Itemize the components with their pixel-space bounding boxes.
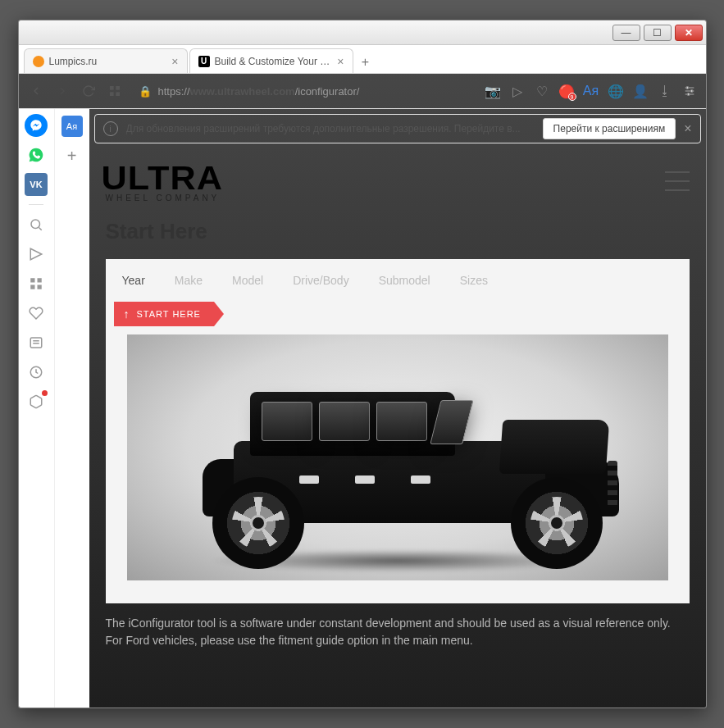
window-minimize-button[interactable]: — (612, 25, 640, 41)
step-submodel[interactable]: Submodel (379, 274, 430, 287)
step-sizes[interactable]: Sizes (460, 274, 488, 287)
address-bar: 🔒 https://www.ultrawheel.com/iconfigurat… (19, 73, 706, 109)
go-to-extensions-button[interactable]: Перейти к расширениям (543, 118, 676, 139)
lock-icon: 🔒 (139, 85, 152, 98)
info-icon: i (103, 121, 118, 136)
extension-notification-bar: i Для обновления расширений требуются до… (94, 114, 701, 143)
back-button[interactable] (27, 84, 45, 98)
svg-rect-14 (38, 278, 42, 282)
messenger-icon[interactable] (25, 114, 48, 137)
tab-close-icon[interactable]: × (171, 55, 178, 68)
browser-sidebar: VK (19, 109, 55, 708)
tab-title: Lumpics.ru (49, 56, 167, 67)
forward-button[interactable] (53, 84, 71, 98)
news-icon[interactable] (25, 331, 48, 354)
tab-close-icon[interactable]: × (337, 55, 344, 68)
svg-rect-3 (116, 92, 120, 96)
svg-rect-1 (116, 86, 120, 90)
page-heading: Start Here (106, 219, 690, 244)
opera-extension-button[interactable]: 🔴9 (558, 83, 575, 99)
translate-extension-button[interactable]: Ая (583, 83, 599, 99)
svg-line-11 (39, 227, 41, 230)
start-here-tag[interactable]: ↑ START HERE (114, 302, 214, 326)
notification-close-icon[interactable]: × (684, 121, 691, 136)
vehicle-preview (127, 334, 668, 580)
globe-button[interactable]: 🌐 (608, 83, 624, 99)
tab-title: Build & Customize Your Ca (215, 56, 333, 67)
bookmarks-icon[interactable] (25, 302, 48, 325)
svg-rect-13 (30, 278, 34, 282)
search-icon[interactable] (25, 213, 48, 236)
send-button[interactable]: ▷ (509, 83, 526, 99)
svg-rect-15 (30, 285, 34, 289)
svg-rect-2 (110, 92, 114, 96)
speed-dial-icon[interactable] (25, 272, 48, 295)
favicon-icon (33, 56, 44, 67)
configurator-panel: Year Make Model Drive/Body Submodel Size… (106, 259, 690, 603)
flow-icon[interactable] (25, 243, 48, 266)
svg-point-7 (686, 87, 689, 89)
heart-button[interactable]: ♡ (534, 83, 550, 99)
browser-tab-lumpics[interactable]: Lumpics.ru × (24, 48, 188, 73)
history-icon[interactable] (25, 361, 48, 384)
browser-tabstrip: Lumpics.ru × U Build & Customize Your Ca… (19, 45, 706, 73)
new-tab-button[interactable]: + (355, 52, 376, 73)
reload-button[interactable] (80, 84, 98, 98)
snapshot-button[interactable]: 📷 (485, 83, 501, 99)
step-make[interactable]: Make (175, 274, 203, 287)
download-button[interactable]: ⭳ (657, 83, 673, 99)
arrow-up-icon: ↑ (124, 307, 130, 321)
notification-message: Для обновления расширений требуются допо… (126, 123, 535, 134)
vertical-tab-add[interactable]: + (61, 145, 83, 166)
svg-point-9 (687, 93, 690, 96)
easy-setup-button[interactable] (681, 83, 698, 99)
svg-point-10 (31, 220, 40, 229)
window-titlebar: — ☐ ✕ (19, 20, 706, 45)
start-tag-label: START HERE (137, 309, 201, 319)
vertical-tab-sidebar: Ая + (55, 109, 89, 708)
step-year[interactable]: Year (122, 274, 145, 287)
page-content: ULTRA WHEEL COMPANY Start Here Year Make… (89, 148, 706, 708)
step-drive-body[interactable]: Drive/Body (293, 274, 348, 287)
extensions-icon[interactable] (25, 390, 48, 413)
speed-dial-button[interactable] (106, 84, 124, 98)
url-field[interactable]: 🔒 https://www.ultrawheel.com/iconfigurat… (132, 85, 476, 98)
svg-rect-0 (110, 86, 114, 90)
svg-rect-16 (38, 285, 42, 289)
whatsapp-icon[interactable] (25, 143, 48, 166)
window-maximize-button[interactable]: ☐ (644, 25, 672, 41)
url-text: https://www.ultrawheel.com/iconfigurator… (158, 85, 360, 98)
disclaimer-text: The iConfigurator tool is a software und… (106, 615, 690, 649)
vk-icon[interactable]: VK (25, 173, 48, 196)
step-tabs: Year Make Model Drive/Body Submodel Size… (106, 259, 690, 302)
site-logo[interactable]: ULTRA WHEEL COMPANY (106, 160, 221, 202)
favicon-icon: U (198, 56, 210, 67)
window-close-button[interactable]: ✕ (675, 25, 703, 41)
vertical-tab-translate[interactable]: Ая (61, 116, 83, 137)
svg-marker-12 (30, 248, 42, 260)
svg-point-8 (690, 90, 693, 93)
menu-button[interactable] (665, 171, 690, 191)
step-model[interactable]: Model (232, 274, 263, 287)
profile-button[interactable]: 👤 (632, 83, 649, 99)
browser-tab-ultrawheel[interactable]: U Build & Customize Your Ca × (189, 48, 353, 73)
